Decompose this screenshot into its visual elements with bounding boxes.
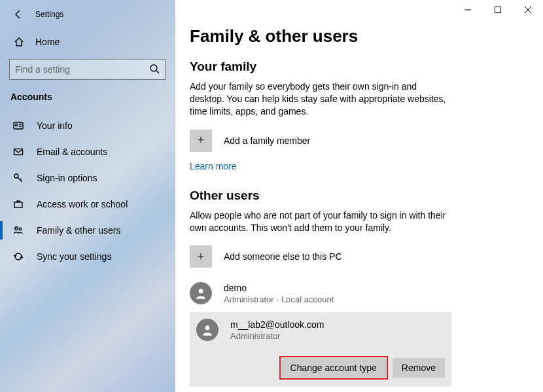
svg-point-2 [15, 124, 17, 126]
svg-point-0 [150, 65, 157, 71]
window-maximize-button[interactable] [483, 0, 513, 20]
window-title: Settings [31, 10, 63, 19]
svg-point-6 [15, 227, 18, 230]
svg-rect-5 [14, 202, 22, 207]
nav-sync-settings[interactable]: Sync your settings [0, 243, 175, 270]
sidebar-section-header: Accounts [0, 82, 175, 106]
mail-icon [12, 147, 25, 157]
page-title: Family & other users [190, 26, 527, 46]
svg-point-7 [19, 228, 22, 230]
nav-access-work-school[interactable]: Access work or school [0, 191, 175, 217]
back-button[interactable] [5, 1, 31, 27]
user-role: Administrator - Local account [224, 294, 334, 304]
plus-icon: + [190, 130, 212, 152]
avatar-icon [190, 282, 212, 304]
window-minimize-button[interactable] [453, 0, 483, 20]
add-family-member-label: Add a family member [224, 135, 310, 146]
remove-button[interactable]: Remove [393, 358, 445, 378]
svg-point-4 [14, 174, 18, 178]
add-someone-else-label: Add someone else to this PC [224, 251, 342, 262]
selected-user-panel: m__lab2@outlook.com Administrator Change… [190, 312, 451, 387]
learn-more-link[interactable]: Learn more [190, 161, 237, 171]
add-someone-else-button[interactable]: + Add someone else to this PC [190, 245, 527, 268]
home-icon [12, 37, 26, 47]
search-input[interactable] [15, 64, 149, 75]
window-close-button[interactable] [513, 0, 543, 20]
change-account-type-button[interactable]: Change account type [281, 358, 386, 378]
people-icon [12, 225, 25, 236]
nav-family-other-users[interactable]: Family & other users [0, 217, 175, 243]
user-role: Administrator [230, 331, 324, 341]
person-card-icon [12, 120, 25, 131]
avatar-icon [196, 319, 219, 341]
briefcase-icon [12, 199, 25, 209]
nav-signin-options[interactable]: Sign-in options [0, 165, 175, 191]
plus-icon: + [190, 245, 212, 268]
sync-icon [12, 251, 25, 262]
nav-email-accounts[interactable]: Email & accounts [0, 139, 175, 165]
search-icon [149, 63, 160, 76]
search-box[interactable] [9, 59, 166, 80]
svg-rect-10 [495, 7, 501, 13]
nav-home[interactable]: Home [0, 30, 175, 54]
user-row[interactable]: m__lab2@outlook.com Administrator [196, 317, 445, 346]
section-other-users-heading: Other users [190, 188, 527, 203]
nav-your-info[interactable]: Your info [0, 113, 175, 139]
user-name: demo [224, 283, 334, 293]
user-name: m__lab2@outlook.com [230, 319, 324, 330]
section-your-family-desc: Add your family so everybody gets their … [190, 80, 451, 118]
svg-point-9 [205, 326, 210, 330]
nav-home-label: Home [26, 37, 60, 47]
section-other-users-desc: Allow people who are not part of your fa… [190, 209, 451, 234]
svg-point-8 [199, 289, 203, 294]
key-icon [12, 173, 25, 183]
section-your-family-heading: Your family [190, 60, 527, 74]
user-row[interactable]: demo Administrator - Local account [190, 277, 451, 310]
add-family-member-button[interactable]: + Add a family member [190, 130, 527, 152]
